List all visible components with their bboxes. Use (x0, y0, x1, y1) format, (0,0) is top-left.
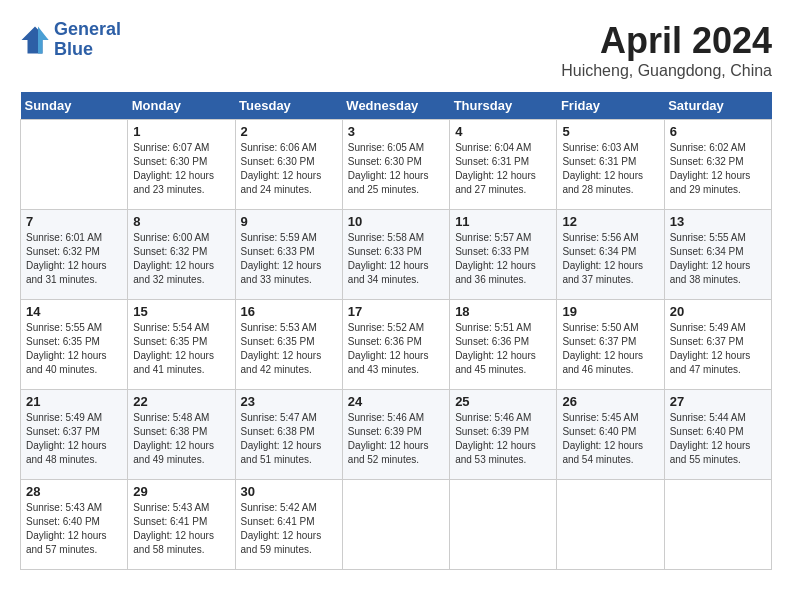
day-number: 29 (133, 484, 229, 499)
calendar-cell: 7Sunrise: 6:01 AMSunset: 6:32 PMDaylight… (21, 210, 128, 300)
calendar-cell: 11Sunrise: 5:57 AMSunset: 6:33 PMDayligh… (450, 210, 557, 300)
calendar-week-3: 14Sunrise: 5:55 AMSunset: 6:35 PMDayligh… (21, 300, 772, 390)
day-info: Sunrise: 5:54 AMSunset: 6:35 PMDaylight:… (133, 321, 229, 377)
day-info: Sunrise: 5:55 AMSunset: 6:35 PMDaylight:… (26, 321, 122, 377)
day-info: Sunrise: 6:04 AMSunset: 6:31 PMDaylight:… (455, 141, 551, 197)
day-number: 22 (133, 394, 229, 409)
day-info: Sunrise: 5:49 AMSunset: 6:37 PMDaylight:… (26, 411, 122, 467)
day-info: Sunrise: 5:53 AMSunset: 6:35 PMDaylight:… (241, 321, 337, 377)
calendar-cell: 21Sunrise: 5:49 AMSunset: 6:37 PMDayligh… (21, 390, 128, 480)
day-info: Sunrise: 5:46 AMSunset: 6:39 PMDaylight:… (348, 411, 444, 467)
day-number: 13 (670, 214, 766, 229)
logo-general-text: General (54, 20, 121, 40)
calendar-week-5: 28Sunrise: 5:43 AMSunset: 6:40 PMDayligh… (21, 480, 772, 570)
calendar-cell: 29Sunrise: 5:43 AMSunset: 6:41 PMDayligh… (128, 480, 235, 570)
day-number: 17 (348, 304, 444, 319)
calendar-cell (557, 480, 664, 570)
day-info: Sunrise: 5:47 AMSunset: 6:38 PMDaylight:… (241, 411, 337, 467)
day-info: Sunrise: 5:43 AMSunset: 6:40 PMDaylight:… (26, 501, 122, 557)
calendar-cell: 15Sunrise: 5:54 AMSunset: 6:35 PMDayligh… (128, 300, 235, 390)
day-number: 11 (455, 214, 551, 229)
calendar-cell: 24Sunrise: 5:46 AMSunset: 6:39 PMDayligh… (342, 390, 449, 480)
calendar-cell: 8Sunrise: 6:00 AMSunset: 6:32 PMDaylight… (128, 210, 235, 300)
day-header-thursday: Thursday (450, 92, 557, 120)
day-number: 1 (133, 124, 229, 139)
day-number: 2 (241, 124, 337, 139)
day-header-sunday: Sunday (21, 92, 128, 120)
day-info: Sunrise: 5:49 AMSunset: 6:37 PMDaylight:… (670, 321, 766, 377)
day-number: 6 (670, 124, 766, 139)
day-info: Sunrise: 5:58 AMSunset: 6:33 PMDaylight:… (348, 231, 444, 287)
day-number: 9 (241, 214, 337, 229)
day-header-friday: Friday (557, 92, 664, 120)
day-header-monday: Monday (128, 92, 235, 120)
day-info: Sunrise: 6:05 AMSunset: 6:30 PMDaylight:… (348, 141, 444, 197)
day-number: 14 (26, 304, 122, 319)
calendar-cell: 10Sunrise: 5:58 AMSunset: 6:33 PMDayligh… (342, 210, 449, 300)
month-title: April 2024 (561, 20, 772, 62)
logo-icon (20, 25, 50, 55)
day-number: 21 (26, 394, 122, 409)
day-info: Sunrise: 5:57 AMSunset: 6:33 PMDaylight:… (455, 231, 551, 287)
day-number: 25 (455, 394, 551, 409)
day-number: 3 (348, 124, 444, 139)
day-number: 12 (562, 214, 658, 229)
day-info: Sunrise: 5:51 AMSunset: 6:36 PMDaylight:… (455, 321, 551, 377)
day-number: 26 (562, 394, 658, 409)
calendar-table: SundayMondayTuesdayWednesdayThursdayFrid… (20, 92, 772, 570)
day-info: Sunrise: 6:00 AMSunset: 6:32 PMDaylight:… (133, 231, 229, 287)
day-info: Sunrise: 6:07 AMSunset: 6:30 PMDaylight:… (133, 141, 229, 197)
day-number: 20 (670, 304, 766, 319)
calendar-week-2: 7Sunrise: 6:01 AMSunset: 6:32 PMDaylight… (21, 210, 772, 300)
calendar-week-1: 1Sunrise: 6:07 AMSunset: 6:30 PMDaylight… (21, 120, 772, 210)
calendar-cell: 9Sunrise: 5:59 AMSunset: 6:33 PMDaylight… (235, 210, 342, 300)
calendar-cell (21, 120, 128, 210)
calendar-cell (664, 480, 771, 570)
calendar-cell: 1Sunrise: 6:07 AMSunset: 6:30 PMDaylight… (128, 120, 235, 210)
day-number: 16 (241, 304, 337, 319)
day-number: 7 (26, 214, 122, 229)
day-info: Sunrise: 6:06 AMSunset: 6:30 PMDaylight:… (241, 141, 337, 197)
day-info: Sunrise: 6:01 AMSunset: 6:32 PMDaylight:… (26, 231, 122, 287)
day-info: Sunrise: 5:50 AMSunset: 6:37 PMDaylight:… (562, 321, 658, 377)
calendar-cell (342, 480, 449, 570)
day-number: 19 (562, 304, 658, 319)
day-header-saturday: Saturday (664, 92, 771, 120)
calendar-cell: 30Sunrise: 5:42 AMSunset: 6:41 PMDayligh… (235, 480, 342, 570)
calendar-cell: 12Sunrise: 5:56 AMSunset: 6:34 PMDayligh… (557, 210, 664, 300)
calendar-cell: 20Sunrise: 5:49 AMSunset: 6:37 PMDayligh… (664, 300, 771, 390)
title-area: April 2024 Huicheng, Guangdong, China (561, 20, 772, 80)
calendar-cell: 14Sunrise: 5:55 AMSunset: 6:35 PMDayligh… (21, 300, 128, 390)
day-number: 18 (455, 304, 551, 319)
calendar-cell: 22Sunrise: 5:48 AMSunset: 6:38 PMDayligh… (128, 390, 235, 480)
day-info: Sunrise: 5:48 AMSunset: 6:38 PMDaylight:… (133, 411, 229, 467)
calendar-cell: 6Sunrise: 6:02 AMSunset: 6:32 PMDaylight… (664, 120, 771, 210)
day-number: 24 (348, 394, 444, 409)
calendar-cell: 18Sunrise: 5:51 AMSunset: 6:36 PMDayligh… (450, 300, 557, 390)
day-info: Sunrise: 6:02 AMSunset: 6:32 PMDaylight:… (670, 141, 766, 197)
day-number: 27 (670, 394, 766, 409)
calendar-cell: 19Sunrise: 5:50 AMSunset: 6:37 PMDayligh… (557, 300, 664, 390)
calendar-cell: 17Sunrise: 5:52 AMSunset: 6:36 PMDayligh… (342, 300, 449, 390)
day-info: Sunrise: 5:52 AMSunset: 6:36 PMDaylight:… (348, 321, 444, 377)
logo: General Blue (20, 20, 121, 60)
day-info: Sunrise: 5:45 AMSunset: 6:40 PMDaylight:… (562, 411, 658, 467)
day-number: 30 (241, 484, 337, 499)
day-number: 4 (455, 124, 551, 139)
day-info: Sunrise: 5:59 AMSunset: 6:33 PMDaylight:… (241, 231, 337, 287)
day-number: 5 (562, 124, 658, 139)
calendar-cell: 3Sunrise: 6:05 AMSunset: 6:30 PMDaylight… (342, 120, 449, 210)
day-number: 10 (348, 214, 444, 229)
day-number: 8 (133, 214, 229, 229)
calendar-week-4: 21Sunrise: 5:49 AMSunset: 6:37 PMDayligh… (21, 390, 772, 480)
svg-marker-1 (38, 26, 49, 53)
day-info: Sunrise: 5:55 AMSunset: 6:34 PMDaylight:… (670, 231, 766, 287)
logo-blue-text: Blue (54, 40, 121, 60)
calendar-cell: 4Sunrise: 6:04 AMSunset: 6:31 PMDaylight… (450, 120, 557, 210)
day-info: Sunrise: 5:42 AMSunset: 6:41 PMDaylight:… (241, 501, 337, 557)
day-info: Sunrise: 6:03 AMSunset: 6:31 PMDaylight:… (562, 141, 658, 197)
calendar-cell: 13Sunrise: 5:55 AMSunset: 6:34 PMDayligh… (664, 210, 771, 300)
calendar-cell: 2Sunrise: 6:06 AMSunset: 6:30 PMDaylight… (235, 120, 342, 210)
calendar-cell: 27Sunrise: 5:44 AMSunset: 6:40 PMDayligh… (664, 390, 771, 480)
day-number: 23 (241, 394, 337, 409)
